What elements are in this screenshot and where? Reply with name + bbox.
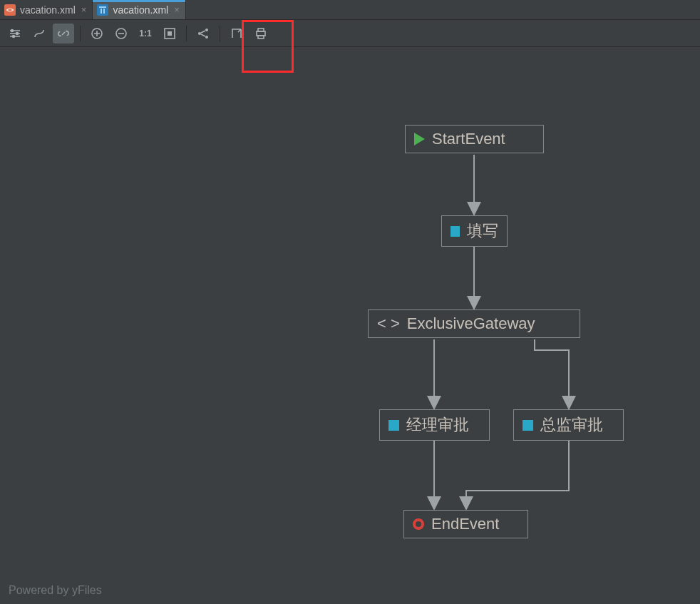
node-end-event[interactable]: EndEvent bbox=[403, 510, 528, 538]
svg-rect-12 bbox=[258, 36, 264, 39]
node-label: ExclusiveGateway bbox=[407, 314, 535, 333]
task-icon bbox=[523, 420, 533, 431]
tab-vacation-xml-design[interactable]: vacation.xml × bbox=[93, 0, 185, 19]
svg-point-1 bbox=[16, 32, 19, 34]
tab-label: vacation.xml bbox=[113, 4, 168, 16]
zoom-actual-icon[interactable]: 1:1 bbox=[135, 24, 156, 43]
zoom-in-icon[interactable] bbox=[86, 24, 108, 43]
node-label: StartEvent bbox=[432, 130, 505, 148]
export-icon[interactable] bbox=[226, 24, 247, 43]
svg-rect-6 bbox=[168, 31, 172, 36]
route-icon[interactable] bbox=[29, 24, 50, 43]
node-start-event[interactable]: StartEvent bbox=[405, 125, 544, 153]
diagram-edges bbox=[0, 47, 214, 154]
node-label: EndEvent bbox=[431, 515, 499, 533]
toolbar-separator bbox=[80, 26, 81, 41]
active-tab-indicator bbox=[93, 0, 185, 2]
svg-point-7 bbox=[198, 32, 201, 35]
link-icon[interactable] bbox=[53, 24, 74, 43]
fit-content-icon[interactable] bbox=[159, 24, 180, 43]
task-icon bbox=[451, 226, 460, 237]
svg-point-2 bbox=[13, 35, 15, 37]
xml-code-icon bbox=[4, 4, 16, 16]
tab-vacation-xml-code[interactable]: vacation.xml × bbox=[0, 0, 93, 19]
svg-rect-11 bbox=[258, 29, 264, 31]
task-icon bbox=[388, 420, 399, 431]
node-label: 填写 bbox=[467, 220, 498, 242]
node-director-approval[interactable]: 总监审批 bbox=[513, 409, 624, 441]
close-icon[interactable]: × bbox=[81, 4, 87, 15]
print-icon[interactable] bbox=[250, 24, 272, 43]
end-event-icon bbox=[413, 518, 424, 530]
settings-icon[interactable] bbox=[4, 24, 26, 43]
svg-point-9 bbox=[205, 36, 208, 39]
toolbar-separator bbox=[186, 26, 187, 41]
svg-point-0 bbox=[11, 29, 14, 31]
tab-bar: vacation.xml × vacation.xml × bbox=[0, 0, 700, 20]
toolbar-separator bbox=[220, 26, 220, 41]
toolbar: 1:1 bbox=[0, 20, 700, 47]
powered-by-label: Powered by yFiles bbox=[9, 584, 102, 597]
close-icon[interactable]: × bbox=[174, 4, 180, 15]
share-icon[interactable] bbox=[192, 24, 214, 43]
svg-point-8 bbox=[205, 29, 208, 31]
zoom-actual-label: 1:1 bbox=[139, 29, 151, 39]
diagram-canvas[interactable]: StartEvent 填写 < > ExclusiveGateway 经理审批 … bbox=[0, 47, 700, 604]
node-exclusive-gateway[interactable]: < > ExclusiveGateway bbox=[368, 309, 580, 338]
node-manager-approval[interactable]: 经理审批 bbox=[379, 409, 490, 441]
node-label: 总监审批 bbox=[540, 414, 603, 436]
node-label: 经理审批 bbox=[406, 414, 469, 436]
svg-rect-10 bbox=[257, 31, 265, 36]
gateway-icon: < > bbox=[377, 316, 400, 332]
node-fill-form[interactable]: 填写 bbox=[441, 215, 508, 247]
start-event-icon bbox=[414, 133, 425, 145]
tab-label: vacation.xml bbox=[20, 4, 76, 16]
zoom-out-icon[interactable] bbox=[110, 24, 132, 43]
xml-design-icon bbox=[97, 4, 108, 16]
